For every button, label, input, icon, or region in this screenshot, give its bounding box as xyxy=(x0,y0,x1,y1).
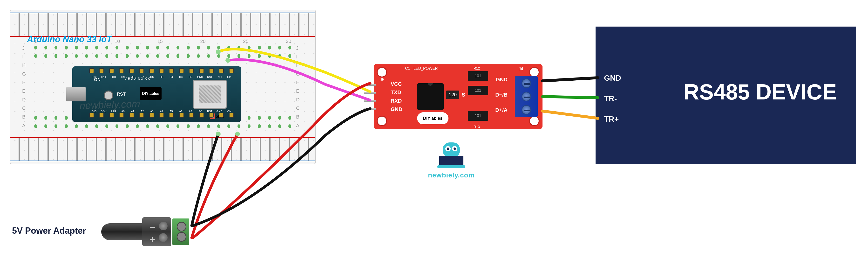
breadboard-row-letters-left: J I H G F E D C B A xyxy=(22,44,29,130)
rs485-pin-txd: TXD xyxy=(391,89,401,96)
rs485-pin-gnd: GND xyxy=(391,106,402,112)
rs485-led-power-label: LED_POWER xyxy=(413,66,438,71)
newbiely-logo: newbiely.com xyxy=(428,142,475,179)
rs485-terminal-gnd: GND xyxy=(496,77,507,83)
rs485-c1-label: C1 xyxy=(405,66,410,71)
wire-orange-tr-plus xyxy=(542,111,598,118)
barrel-pos-label: + xyxy=(150,234,155,245)
rs485-terminal-d-plus-a: D+/A xyxy=(495,107,507,113)
screw-icon xyxy=(522,105,531,115)
wire-black-device-gnd xyxy=(542,78,598,81)
rs485-screw-terminal-block xyxy=(515,76,538,117)
wire-green-tr-minus xyxy=(542,97,598,98)
smd-resistor-icon: 101 xyxy=(468,86,488,95)
rs485-r12-label: R12 xyxy=(473,66,480,70)
rs485-device-title: RS485 DEVICE xyxy=(684,80,837,105)
breadboard-green-row xyxy=(34,52,291,60)
rs485-device-pin-gnd: GND xyxy=(604,74,621,83)
rs485-pin-vcc: VCC xyxy=(391,81,402,87)
power-adapter-label: 5V Power Adapter xyxy=(12,226,86,236)
breadboard-green-row xyxy=(34,123,291,130)
rs485-transceiver-ic-icon xyxy=(417,83,444,110)
barrel-plug-icon xyxy=(101,223,145,240)
rs485-ttl-header xyxy=(364,81,378,113)
rs485-r13-label: R13 xyxy=(473,125,480,129)
smd-resistor-icon: 101 xyxy=(468,71,488,81)
newbiely-site-label: newbiely.com xyxy=(428,171,475,179)
mounting-hole-icon xyxy=(377,116,387,126)
nano-pin-labels-top: D12D11 D10D9 D8D7 D6D5 D4D3 D2GND RSTRX0… xyxy=(90,76,233,78)
rs485-ttl-module: J5 C1 LED_POWER VCC TXD RXD GND 120 S 10… xyxy=(374,64,542,129)
arduino-board-label: Arduino Nano 33 IoT xyxy=(27,34,112,45)
rs485-s-label: S xyxy=(462,92,465,98)
rs485-terminal-d-minus-b: D−/B xyxy=(495,92,507,98)
mounting-hole-icon xyxy=(529,116,539,126)
mounting-hole-icon xyxy=(377,67,387,78)
diyables-logo-icon: DIY ables xyxy=(417,112,448,124)
nano-rst-label: RST xyxy=(117,92,126,97)
arduino-nano-33-iot: ON RST ARDUINO.CC DIY ables ublox D12D11… xyxy=(72,66,241,122)
owl-icon xyxy=(437,142,466,168)
nano-header-bottom xyxy=(89,113,234,120)
micro-usb-port xyxy=(66,87,86,101)
screw-terminal-icon xyxy=(173,218,189,245)
rs485-pin-rxd: RXD xyxy=(391,98,402,104)
rs485-device-box: RS485 DEVICE GND TR- TR+ xyxy=(595,27,856,164)
nina-module-icon xyxy=(193,80,227,109)
rs485-device-pin-tr-minus: TR- xyxy=(604,94,617,103)
breadboard-green-row xyxy=(34,44,291,51)
screw-icon xyxy=(522,78,531,88)
rs485-device-pin-tr-plus: TR+ xyxy=(604,115,619,124)
barrel-neg-label: − xyxy=(150,222,155,233)
rs485-j5-label: J5 xyxy=(380,77,384,82)
nano-header-top xyxy=(89,68,234,76)
diyables-logo-icon: DIY ables xyxy=(140,87,161,100)
smd-resistor-icon: 101 xyxy=(468,111,488,121)
rs485-120ohm-label: 120 xyxy=(446,90,459,99)
rs485-j4-label: J4 xyxy=(519,66,523,72)
breadboard-row-letters-right: J I H G F E D C B A xyxy=(296,44,303,130)
screw-icon xyxy=(522,92,531,101)
watermark-text: newbiely.com xyxy=(79,98,140,112)
barrel-body-icon xyxy=(142,217,171,246)
dc-barrel-jack: − + xyxy=(101,212,169,251)
